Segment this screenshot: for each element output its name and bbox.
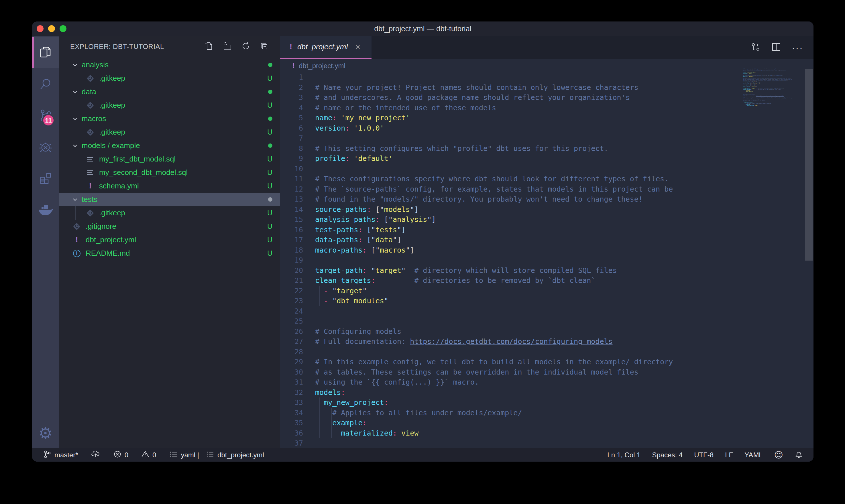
tree-file-readme-md[interactable]: iREADME.mdU [59, 247, 280, 260]
breadcrumb[interactable]: ! dbt_project.yml [280, 59, 813, 72]
tree-file-dbt-project-yml[interactable]: !dbt_project.ymlU [59, 233, 280, 247]
code-lines[interactable]: 12# Name your project! Project names sho… [280, 72, 813, 448]
activity-docker-icon[interactable] [32, 194, 59, 226]
code-line[interactable]: 28 [280, 347, 813, 357]
code-line[interactable]: 2# Name your project! Project names shou… [280, 83, 813, 93]
vscode-window: dbt_project.yml — dbt-tutorial 11 [32, 21, 813, 462]
error-count: 0 [125, 451, 128, 459]
code-line[interactable]: 6version: '1.0.0' [280, 123, 813, 133]
code-line[interactable]: 22 - "target" [280, 286, 813, 296]
editor-scrollbar[interactable] [805, 69, 813, 260]
code-line[interactable]: 3# and underscores. A good package name … [280, 92, 813, 103]
code-line[interactable]: 19 [280, 255, 813, 266]
cursor-position[interactable]: Ln 1, Col 1 [607, 451, 641, 459]
code-line[interactable]: 26# Configuring models [280, 326, 813, 337]
code-line[interactable]: 33 my_new_project: [280, 397, 813, 408]
code-line[interactable]: 1 [280, 72, 813, 83]
file-tree: analysis.gitkeepUdata.gitkeepUmacros.git… [59, 58, 280, 260]
problems-item[interactable]: 0 0 [113, 450, 156, 460]
task-file-item[interactable]: dbt_project.yml [206, 450, 264, 460]
encoding[interactable]: UTF-8 [694, 451, 714, 459]
code-line[interactable]: 4# name or the intended use of these mod… [280, 103, 813, 113]
code-line[interactable]: 25 [280, 316, 813, 326]
tree-file--gitignore[interactable]: .gitignoreU [59, 220, 280, 233]
line-number: 36 [280, 428, 303, 438]
settings-gear-icon[interactable]: ⚙ [32, 417, 59, 449]
tree-folder-tests[interactable]: tests [59, 193, 280, 206]
tree-file--gitkeep[interactable]: .gitkeepU [59, 72, 280, 85]
open-changes-icon[interactable] [751, 42, 761, 53]
code-line[interactable]: 9profile: 'default' [280, 154, 813, 164]
titlebar: dbt_project.yml — dbt-tutorial [32, 21, 813, 36]
code-line[interactable]: 37 [280, 438, 813, 448]
tree-folder-data[interactable]: data [59, 85, 280, 98]
code-line[interactable]: 23 - "dbt_modules" [280, 296, 813, 306]
language-mode[interactable]: YAML [744, 451, 763, 459]
code-line[interactable]: 24 [280, 306, 813, 317]
tree-file--gitkeep[interactable]: .gitkeepU [59, 125, 280, 139]
tree-file-my-first-dbt-model-sql[interactable]: my_first_dbt_model.sqlU [59, 152, 280, 166]
code-line[interactable]: 7 [280, 133, 813, 143]
refresh-icon[interactable] [241, 41, 251, 52]
code-line[interactable]: 30# as tables. These settings can be ove… [280, 367, 813, 377]
chevron-down-icon [71, 196, 79, 203]
code-line[interactable]: 11# These configurations specify where d… [280, 174, 813, 184]
task-yaml-item[interactable]: yaml | [169, 450, 199, 460]
code-line[interactable]: 10 [280, 164, 813, 174]
tree-folder-models-example[interactable]: models / example [59, 139, 280, 152]
code-line[interactable]: 34 # Applies to all files under models/e… [280, 408, 813, 418]
activity-source-control-icon[interactable]: 11 [32, 100, 59, 131]
close-tab-icon[interactable]: × [355, 42, 360, 52]
tree-item-label: .gitkeep [99, 101, 125, 110]
line-number: 23 [280, 296, 303, 306]
tree-file--gitkeep[interactable]: .gitkeepU [59, 206, 280, 220]
git-branch-item[interactable]: master* [43, 450, 78, 460]
indentation[interactable]: Spaces: 4 [652, 451, 683, 459]
tab-dbt-project-yml[interactable]: ! dbt_project.yml × [280, 36, 372, 59]
code-line[interactable]: 5name: 'my_new_project' [280, 113, 813, 123]
split-editor-icon[interactable] [771, 42, 781, 53]
activity-extensions-icon[interactable] [32, 163, 59, 194]
collapse-folders-icon[interactable] [259, 41, 269, 52]
code-line[interactable]: 36 materialized: view [280, 428, 813, 438]
code-line[interactable]: 27# Full documentation: https://docs.get… [280, 337, 813, 347]
new-folder-icon[interactable] [222, 41, 232, 52]
code-line[interactable]: 17data-paths: ["data"] [280, 235, 813, 245]
explorer-sidebar: EXPLORER: DBT-TUTORIAL analysis.gitkeepU… [59, 36, 280, 448]
line-number: 6 [280, 123, 303, 133]
eol-sequence[interactable]: LF [725, 451, 733, 459]
tree-item-label: schema.yml [99, 182, 139, 191]
code-line[interactable]: 12# The `source-paths` config, for examp… [280, 184, 813, 195]
code-line[interactable]: 32models: [280, 388, 813, 398]
code-line[interactable]: 14source-paths: ["models"] [280, 204, 813, 215]
tree-folder-analysis[interactable]: analysis [59, 58, 280, 72]
code-line[interactable]: 35 example: [280, 418, 813, 428]
activity-explorer-icon[interactable] [32, 37, 59, 68]
notifications-bell-icon[interactable] [795, 451, 803, 459]
code-line[interactable]: 20target-path: "target" # directory whic… [280, 266, 813, 276]
more-actions-icon[interactable]: ··· [792, 42, 803, 53]
tree-file-my-second-dbt-model-sql[interactable]: my_second_dbt_model.sqlU [59, 166, 280, 179]
code-line[interactable]: 18macro-paths: ["macros"] [280, 245, 813, 255]
line-number: 7 [280, 133, 303, 143]
new-file-icon[interactable] [204, 41, 214, 52]
activity-search-icon[interactable] [32, 68, 59, 100]
code-line[interactable]: 8# This setting configures which "profil… [280, 143, 813, 154]
git-file-icon [86, 101, 94, 110]
code-line[interactable]: 16test-paths: ["tests"] [280, 225, 813, 235]
code-line[interactable]: 31# using the `{{ config(...) }}` macro. [280, 377, 813, 388]
code-area[interactable]: 12# Name your project! Project names sho… [280, 72, 813, 448]
tree-file-schema-yml[interactable]: !schema.ymlU [59, 179, 280, 193]
feedback-smiley-icon[interactable]: ☺ [774, 450, 783, 460]
code-line[interactable]: 29# In this example config, we tell dbt … [280, 357, 813, 367]
sync-changes-item[interactable] [91, 450, 100, 460]
code-line[interactable]: 15analysis-paths: ["analysis"] [280, 215, 813, 225]
tree-file--gitkeep[interactable]: .gitkeepU [59, 98, 280, 112]
minimap[interactable]: # Name your project! Project names shoul… [743, 68, 795, 110]
tree-folder-macros[interactable]: macros [59, 112, 280, 125]
activity-debug-icon[interactable] [32, 131, 59, 163]
line-number: 25 [280, 316, 303, 326]
code-line[interactable]: 21clean-targets: # directories to be rem… [280, 275, 813, 286]
tree-item-label: models / example [82, 141, 140, 150]
code-line[interactable]: 13# found in the "models/" directory. Yo… [280, 194, 813, 204]
